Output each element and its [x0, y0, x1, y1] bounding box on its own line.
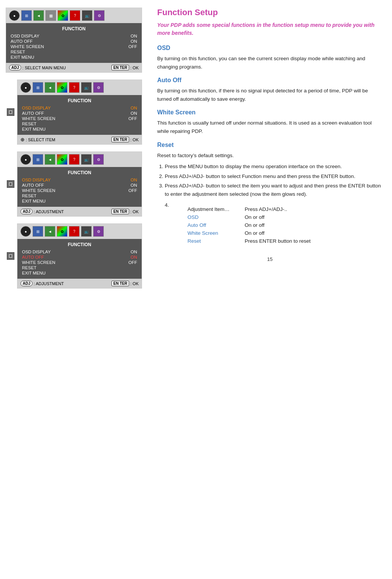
steps-list: Press the MENU button to display the men…	[165, 162, 383, 198]
icon-tv: 📺	[82, 10, 92, 21]
screen-block-3: ● ⊞ ◄ ✿ ? 📺 ⚙ FUNCTION OSD DISPLAYON AUT…	[17, 151, 142, 217]
menu-item-osd-3: OSD DISPLAYON	[22, 177, 137, 183]
adjustment-row-autooff: Auto Off On or off	[187, 221, 326, 229]
menu-item-exit-3: EXIT MENU	[22, 198, 137, 204]
adjustment-row-whitescreen: White Screen On or off	[187, 229, 326, 237]
adj-button-1: ADJ	[9, 65, 21, 70]
adjustment-table: Adjustment Item… Press ADJ+/ADJ-.. OSD O…	[187, 205, 326, 245]
step-1: Press the MENU button to display the men…	[165, 162, 383, 171]
icon-tv-4: 📺	[81, 226, 92, 237]
step-3: Press ADJ+/ADJ- button to select the ite…	[165, 182, 383, 198]
menu-item-exit-1: EXIT MENU	[11, 55, 137, 60]
menu-item-white-1: WHITE SCREENOFF	[11, 44, 137, 49]
icon-arrow-3: ◄	[45, 154, 55, 165]
adj-item-reset: Reset	[187, 237, 245, 245]
menu-footer-1: ADJ : SELECT MAIN MENU EN TER : OK	[6, 63, 142, 72]
indicator-icon-4	[8, 254, 13, 258]
icon-question-4: ?	[69, 226, 80, 237]
menu-item-osd-4: OSD DISPLAYON	[22, 249, 137, 254]
menu-footer-2: ⊕ : SELECT ITEM EN TER : OK	[17, 135, 142, 144]
menu-item-exit-4: EXIT MENU	[22, 270, 137, 276]
block2-row: ● ⊞ ◄ ✿ ? 📺 ⚙ FUNCTION OSD DISPLAYON AUT…	[6, 80, 142, 145]
menu-footer-3: ADJ : ADJUSTMENT EN TER : OK	[17, 207, 142, 216]
subtitle: Your PDP adds some special functions in …	[157, 21, 383, 37]
icon-grid: ▦	[45, 10, 56, 21]
icon-screen-3: ⊞	[33, 154, 43, 165]
menu-item-reset-3: RESET	[22, 193, 137, 198]
icon-settings: ⚙	[94, 10, 105, 21]
menu-title-2: FUNCTION	[22, 98, 137, 103]
indicator-icon-3	[8, 182, 13, 186]
right-panel: Function Setup Your PDP adds some specia…	[148, 0, 392, 579]
menu-item-exit-2: EXIT MENU	[22, 126, 137, 132]
icon-power: ●	[9, 10, 20, 21]
adj-button-3: ADJ	[20, 209, 33, 214]
step-4-container: 4. Adjustment Item… Press ADJ+/ADJ-.. OS…	[165, 202, 383, 245]
icon-tv-2: 📺	[81, 82, 92, 93]
side-indicator-4	[6, 223, 16, 289]
step-4-content: Adjustment Item… Press ADJ+/ADJ-.. OSD O…	[176, 202, 326, 245]
icon-row-3: ● ⊞ ◄ ✿ ? 📺 ⚙	[17, 152, 142, 167]
menu-item-white-4: WHITE SCREENOFF	[22, 260, 137, 265]
menu-item-osd-2: OSD DISPLAYON	[22, 105, 137, 111]
enter-button-1: EN TER	[111, 65, 129, 70]
step-4-number: 4.	[165, 202, 176, 245]
icon-screen-2: ⊞	[33, 82, 43, 93]
icon-settings-4: ⚙	[93, 226, 104, 237]
section-whitescreen-body: This function is usually turned off unde…	[157, 119, 383, 135]
block4-row: ● ⊞ ◄ ✿ ? 📺 ⚙ FUNCTION OSD DISPLAYON AUT…	[6, 223, 142, 289]
icon-color-4: ✿	[57, 226, 67, 237]
icon-row-1: ● ⊞ ◄ ▦ ✿ ? 📺 ⚙	[6, 8, 142, 23]
section-autooff-heading: Auto Off	[157, 77, 383, 84]
screen-block-4: ● ⊞ ◄ ✿ ? 📺 ⚙ FUNCTION OSD DISPLAYON AUT…	[17, 223, 142, 289]
icon-power-4: ●	[20, 226, 31, 237]
adj-item-osd: OSD	[187, 213, 245, 221]
icon-question-3: ?	[69, 154, 80, 165]
menu-item-reset-4: RESET	[22, 265, 137, 270]
menu-title-4: FUNCTION	[22, 242, 137, 247]
menu-item-autooff-1: AUTO OFFON	[11, 39, 137, 44]
icon-color: ✿	[58, 10, 68, 21]
screen-block-1: ● ⊞ ◄ ▦ ✿ ? 📺 ⚙ FUNCTION OSD DISPLAYON A…	[6, 8, 142, 73]
icon-screen: ⊞	[21, 10, 32, 21]
adj-action-autooff: On or off	[245, 221, 326, 229]
icon-power-2: ●	[20, 82, 31, 93]
menu-box-2: FUNCTION OSD DISPLAYON AUTO OFFON WHITE …	[17, 95, 142, 135]
icon-question-2: ?	[69, 82, 80, 93]
page-title: Function Setup	[157, 8, 383, 17]
menu-item-osd-1: OSD DISPLAYON	[11, 33, 137, 39]
icon-screen-4: ⊞	[33, 226, 43, 237]
menu-item-autooff-2: AUTO OFFON	[22, 111, 137, 116]
section-osd-body: By turning on this function, you can see…	[157, 55, 383, 71]
section-autooff-body: By turning on this function, if there is…	[157, 87, 383, 103]
icon-arrow-4: ◄	[45, 226, 55, 237]
adjustment-row-osd: OSD On or off	[187, 213, 326, 221]
enter-button-2: EN TER	[111, 137, 129, 142]
adj-button-4: ADJ	[20, 281, 33, 286]
left-panel: ● ⊞ ◄ ▦ ✿ ? 📺 ⚙ FUNCTION OSD DISPLAYON A…	[0, 0, 148, 579]
side-indicator-2	[6, 80, 16, 145]
adj-item-autooff: Auto Off	[187, 221, 245, 229]
icon-settings-3: ⚙	[93, 154, 104, 165]
menu-box-4: FUNCTION OSD DISPLAYON AUTO OFFON WHITE …	[17, 239, 142, 279]
adj-action-whitescreen: On or off	[245, 229, 326, 237]
block3-row: ● ⊞ ◄ ✿ ? 📺 ⚙ FUNCTION OSD DISPLAYON AUT…	[6, 151, 142, 217]
adjustment-row-reset: Reset Press ENTER button to reset	[187, 237, 326, 245]
section-osd-heading: OSD	[157, 45, 383, 52]
menu-footer-4: ADJ : ADJUSTMENT EN TER : OK	[17, 279, 142, 288]
screen-block-2: ● ⊞ ◄ ✿ ? 📺 ⚙ FUNCTION OSD DISPLAYON AUT…	[17, 80, 142, 145]
icon-row-4: ● ⊞ ◄ ✿ ? 📺 ⚙	[17, 224, 142, 239]
icon-arrow: ◄	[33, 10, 44, 21]
icon-tv-3: 📺	[81, 154, 92, 165]
menu-title-3: FUNCTION	[22, 170, 137, 175]
section-whitescreen-heading: White Screen	[157, 109, 383, 116]
section-reset-body: Reset to factory’s default settings.	[157, 151, 383, 160]
step-2: Press ADJ+/ADJ- button to select Functio…	[165, 172, 383, 181]
icon-row-2: ● ⊞ ◄ ✿ ? 📺 ⚙	[17, 80, 142, 95]
menu-item-autooff-3: AUTO OFFON	[22, 183, 137, 188]
enter-button-3: EN TER	[111, 209, 129, 214]
section-reset-heading: Reset	[157, 142, 383, 148]
menu-box-3: FUNCTION OSD DISPLAYON AUTO OFFON WHITE …	[17, 167, 142, 207]
adjustment-header-action: Press ADJ+/ADJ-..	[245, 205, 326, 213]
menu-item-reset-1: RESET	[11, 49, 137, 55]
